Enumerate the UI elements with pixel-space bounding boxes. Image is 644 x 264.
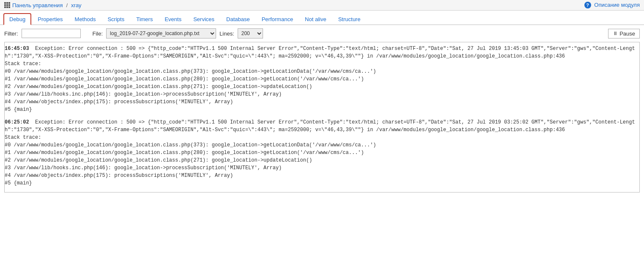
breadcrumb-area: Панель управления / xray — [4, 2, 82, 8]
stack-line-2-3: #3 /var/www/lib/hooks.inc.php(146): goog… — [5, 164, 639, 172]
stack-line-1-2: #2 /var/www/modules/google_location/goog… — [5, 83, 639, 91]
breadcrumb-home[interactable]: Панель управления — [12, 2, 63, 8]
lines-label: Lines: — [219, 30, 234, 37]
stack-line-1-1: #1 /var/www/modules/google_location/goog… — [5, 75, 639, 83]
tab-properties[interactable]: Properties — [32, 14, 68, 25]
log-area: 16:45:03 Exception: Error connection : 5… — [4, 42, 640, 192]
breadcrumb-separator: / — [66, 2, 68, 8]
svg-rect-1 — [6, 2, 8, 4]
tab-debug[interactable]: Debug — [3, 13, 31, 25]
top-bar: Панель управления / xray ? Описание моду… — [0, 0, 644, 11]
log-timestamp-2: 06:25:02 — [5, 119, 29, 125]
stack-line-2-4: #4 /var/www/objects/index.php(175): proc… — [5, 172, 639, 179]
stack-line-2-2: #2 /var/www/modules/google_location/goog… — [5, 157, 639, 164]
stack-line-1-0: #0 /var/www/modules/google_location/goog… — [5, 68, 639, 75]
filter-label: Filter: — [4, 30, 18, 37]
tab-structure[interactable]: Structure — [333, 14, 366, 25]
filter-row: Filter: File: log_2019-07-27-google_loca… — [4, 28, 640, 38]
svg-rect-4 — [6, 4, 8, 6]
svg-rect-0 — [4, 2, 6, 4]
stack-line-1-5: #5 {main} — [5, 106, 639, 113]
tab-not-alive[interactable]: Not alive — [299, 14, 332, 25]
nav-tabs: Debug Properties Methods Scripts Timers … — [0, 11, 644, 25]
svg-rect-6 — [4, 6, 6, 8]
stack-line-1-4: #4 /var/www/objects/index.php(175): proc… — [5, 98, 639, 106]
svg-rect-2 — [8, 2, 10, 4]
file-select[interactable]: log_2019-07-27-google_location.php.txt — [106, 28, 216, 38]
question-icon[interactable]: ? — [584, 2, 591, 8]
log-message-2: 06:25:02 Exception: Error connection : 5… — [5, 118, 639, 134]
lines-select[interactable]: 50 100 200 500 1000 — [238, 28, 263, 38]
filter-input[interactable] — [22, 29, 81, 38]
pause-label: Pause — [619, 30, 635, 37]
svg-rect-7 — [6, 6, 8, 8]
log-timestamp-1: 16:45:03 — [5, 46, 29, 52]
stack-line-1-3: #3 /var/www/lib/hooks.inc.php(146): goog… — [5, 91, 639, 98]
log-entry: 16:45:03 Exception: Error connection : 5… — [5, 45, 639, 113]
tab-timers[interactable]: Timers — [131, 14, 158, 25]
svg-rect-3 — [4, 4, 6, 6]
tab-methods[interactable]: Methods — [69, 14, 101, 25]
stack-line-2-5: #5 {main} — [5, 179, 639, 187]
stack-trace-label-2: Stack trace: — [5, 134, 639, 141]
grid-icon — [4, 2, 10, 8]
tab-events[interactable]: Events — [159, 14, 187, 25]
log-stack-1: Stack trace: #0 /var/www/modules/google_… — [5, 60, 639, 113]
tab-scripts[interactable]: Scripts — [102, 14, 130, 25]
log-stack-2: Stack trace: #0 /var/www/modules/google_… — [5, 134, 639, 187]
stack-trace-label-1: Stack trace: — [5, 60, 639, 68]
file-label: File: — [93, 30, 103, 37]
log-entry: 06:25:02 Exception: Error connection : 5… — [5, 118, 639, 187]
log-message-1: 16:45:03 Exception: Error connection : 5… — [5, 45, 639, 60]
svg-rect-5 — [8, 4, 10, 6]
module-description-link[interactable]: Описание модуля — [594, 2, 640, 8]
stack-line-2-1: #1 /var/www/modules/google_location/goog… — [5, 149, 639, 157]
svg-rect-8 — [8, 6, 10, 8]
pause-button[interactable]: ⏸ Pause — [608, 29, 640, 38]
file-select-wrapper: log_2019-07-27-google_location.php.txt — [106, 28, 216, 38]
tab-performance[interactable]: Performance — [256, 14, 299, 25]
tab-database[interactable]: Database — [221, 14, 255, 25]
pause-icon: ⏸ — [613, 30, 618, 36]
main-content: Filter: File: log_2019-07-27-google_loca… — [0, 25, 644, 196]
help-area: ? Описание модуля — [584, 2, 640, 8]
tab-services[interactable]: Services — [188, 14, 220, 25]
breadcrumb-module[interactable]: xray — [71, 2, 82, 8]
stack-line-2-0: #0 /var/www/modules/google_location/goog… — [5, 141, 639, 149]
